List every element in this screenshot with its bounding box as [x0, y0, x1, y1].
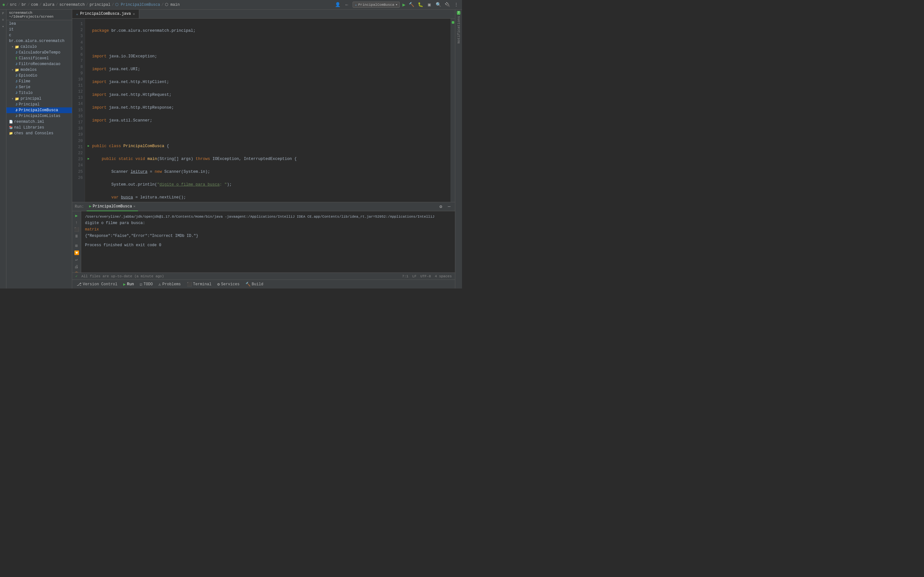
tree-item-calculo[interactable]: ▾ 📁 calculo — [6, 44, 72, 50]
code-line-3: import java.io.IOException; — [87, 53, 448, 60]
line-numbers: 1 2 3 4 5 6 7 8 9 10 11 12 13 14 15 16 1… — [72, 19, 85, 202]
structure-icon[interactable]: ≡ — [1, 17, 6, 23]
print-icon[interactable]: 🖨 — [74, 264, 79, 269]
bottom-panel: Run: ▶ PrincipalComBusca ✕ ⚙ ─ ▶ ↑ ⬛ ⏸ ⊞ — [72, 202, 455, 272]
back-icon[interactable]: ← — [344, 2, 350, 8]
class-label: PrincipalComListas — [19, 114, 61, 118]
stop-icon[interactable]: ⬛ — [74, 227, 79, 232]
plugins-icon[interactable]: 🔌 — [444, 2, 451, 8]
rerun-icon[interactable]: ↑ — [75, 220, 78, 225]
build-tool-label: Build — [252, 282, 263, 287]
breadcrumb-br[interactable]: br — [21, 3, 26, 7]
build-tool-icon: 🔨 — [246, 282, 250, 287]
run-marker-11[interactable]: ▶ — [87, 156, 92, 161]
tree-item-filme[interactable]: J Filme — [6, 79, 72, 84]
tree-item-modelos[interactable]: ▾ 📁 modelos — [6, 67, 72, 73]
breadcrumb-screenmatch[interactable]: ◉ — [3, 2, 5, 7]
scroll-icon[interactable]: ⊞ — [75, 243, 78, 248]
run-again-button[interactable]: ▶ — [75, 213, 78, 218]
console-input-line: matrix — [85, 226, 451, 233]
tree-item-classificavel[interactable]: I Classificavel — [6, 55, 72, 61]
tree-item-principalcomlistas[interactable]: J PrincipalComListas — [6, 113, 72, 119]
tree-item-it[interactable]: it — [6, 27, 72, 32]
tree-item-serie[interactable]: J Serie — [6, 84, 72, 90]
code-editor[interactable]: 1 2 3 4 5 6 7 8 9 10 11 12 13 14 15 16 1… — [72, 19, 455, 202]
ln-1: 1 — [74, 21, 83, 27]
run-tab-close-button[interactable]: ✕ — [133, 204, 136, 208]
search-icon[interactable]: 🔍 — [435, 2, 441, 8]
tab-principalcombusca[interactable]: ☕ PrincipalComBusca.java ✕ — [72, 10, 139, 18]
run-tab-principalcombusca[interactable]: ▶ PrincipalComBusca ✕ — [87, 202, 138, 211]
tree-item-principal-folder[interactable]: ▾ 📁 principal — [6, 96, 72, 102]
bookmark-icon[interactable]: ★ — [1, 24, 6, 29]
project-tree[interactable]: lea it c br.com.alura.screenmatch ▾ 📁 ca… — [6, 20, 72, 288]
console-cmd-line: /Users/everyline/.jabba/jdk/openjdk@1.17… — [85, 214, 451, 220]
class-label: FiltroRecomendacao — [19, 62, 61, 66]
ln-26: 26 — [74, 175, 83, 181]
tree-item-principalcombusca[interactable]: J PrincipalComBusca — [6, 107, 72, 113]
code-text-12: Scanner leitura = new Scanner(System.in)… — [92, 169, 448, 175]
wrap-icon[interactable]: ↩ — [75, 258, 78, 263]
run-tool-label: Run — [127, 282, 134, 287]
class-dropdown[interactable]: ☕ PrincipalComBusca ▾ — [352, 2, 400, 8]
status-position[interactable]: 7:1 — [402, 274, 409, 278]
build-tool-button[interactable]: 🔨 Build — [243, 281, 266, 288]
lib-label: nal Libraries — [14, 125, 44, 130]
problems-button[interactable]: ⚠ Problems — [156, 281, 183, 288]
tree-item-iml[interactable]: 📄 reenmatch.iml — [6, 119, 72, 125]
settings-icon[interactable]: ⚙ — [438, 203, 444, 210]
notification-badge[interactable]: 7 — [457, 11, 460, 15]
ln-3: 3 — [74, 33, 83, 39]
code-content[interactable]: package br.com.alura.screenmatch.princip… — [85, 19, 451, 202]
breadcrumb-main[interactable]: ⬡ main — [165, 2, 180, 7]
tab-close-button[interactable]: ✕ — [133, 12, 135, 16]
code-text-7: import java.net.http.HttpResponse; — [92, 105, 448, 111]
expand-arrow: ▾ — [11, 97, 13, 101]
breadcrumb-src[interactable]: src — [10, 3, 17, 7]
tree-item-episodio[interactable]: J Episodio — [6, 73, 72, 79]
ln-2: 2 — [74, 27, 83, 33]
tree-item-lea[interactable]: lea — [6, 21, 72, 27]
version-control-button[interactable]: ⎇ Version Control — [74, 281, 120, 288]
breadcrumb-principal[interactable]: principal — [89, 3, 110, 7]
project-icon[interactable]: P — [1, 11, 6, 16]
vcs-icon: ⎇ — [77, 282, 81, 287]
class-label: Filme — [19, 79, 31, 84]
todo-button[interactable]: ☑ TODO — [137, 281, 155, 288]
minimize-icon[interactable]: ─ — [446, 203, 452, 210]
build-icon[interactable]: 🔨 — [408, 2, 415, 8]
status-indent[interactable]: 4 spaces — [435, 274, 452, 278]
coverage-icon[interactable]: ▣ — [426, 2, 433, 8]
breadcrumb-alura[interactable]: alura — [43, 3, 55, 7]
status-encoding[interactable]: UTF-8 — [420, 274, 431, 278]
services-button[interactable]: ⚙ Services — [215, 281, 242, 288]
tree-item-package[interactable]: br.com.alura.screenmatch — [6, 38, 72, 44]
tree-item-c[interactable]: c — [6, 32, 72, 38]
tree-item-libraries[interactable]: 📚 nal Libraries — [6, 125, 72, 131]
debug-icon[interactable]: 🐛 — [417, 2, 423, 8]
code-line-1: package br.com.alura.screenmatch.princip… — [87, 27, 448, 34]
terminal-button[interactable]: ⬛ Terminal — [184, 281, 214, 288]
breadcrumb-class[interactable]: ⬡ PrincipalComBusca — [115, 2, 160, 7]
tree-item-titulo[interactable]: J Titulo — [6, 90, 72, 96]
java-icon: J — [15, 79, 18, 83]
tree-item-calculadora[interactable]: J CalculadoraDeTempo — [6, 50, 72, 55]
profile-icon[interactable]: 👤 — [334, 2, 341, 8]
tree-item-principal[interactable]: J Principal — [6, 102, 72, 107]
status-line-ending[interactable]: LF — [412, 274, 417, 278]
run-button[interactable]: ▶ — [402, 2, 405, 8]
scratches-icon: 📁 — [9, 131, 13, 135]
run-marker-10[interactable]: ▶ — [87, 143, 92, 149]
resume-icon[interactable]: ⏸ — [74, 234, 79, 239]
tree-item-filtro[interactable]: J FiltroRecomendacao — [6, 61, 72, 67]
more-icon[interactable]: ⋮ — [453, 2, 459, 8]
ln-25: 25 — [74, 169, 83, 175]
run-tool-button[interactable]: ▶ Run — [121, 281, 136, 288]
expand-arrow: ▾ — [11, 45, 13, 49]
breadcrumb-screenmatch2[interactable]: screenmatch — [59, 3, 85, 7]
ln-17: 17 — [74, 119, 83, 126]
breadcrumb-com[interactable]: com — [31, 3, 38, 7]
tree-item-scratches[interactable]: 📁 ches and Consoles — [6, 131, 72, 136]
notifications-icon[interactable]: Notifications — [457, 16, 461, 44]
filter-icon[interactable]: 🔽 — [74, 250, 79, 255]
